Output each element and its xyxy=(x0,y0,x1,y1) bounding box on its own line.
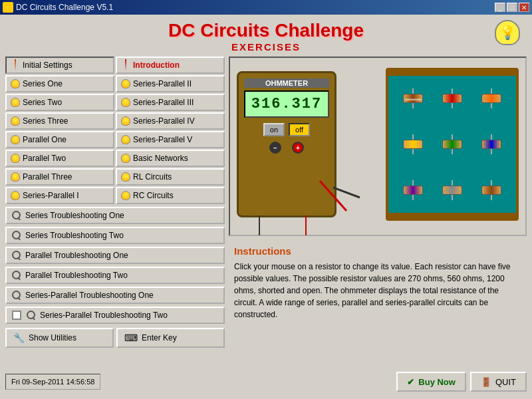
magnifier-icon xyxy=(12,251,21,260)
ohmmeter-on-button[interactable]: on xyxy=(263,123,285,136)
bottom-bar: Fri 09-Sep-2011 14:56:58 ✔ Buy Now 🚪 QUI… xyxy=(5,370,527,394)
keyboard-icon: ⌨ xyxy=(124,332,138,343)
trouble-btn-series-two[interactable]: Series Troubleshooting Two xyxy=(5,227,225,244)
lead-top xyxy=(452,180,453,186)
resistor-body xyxy=(403,140,423,149)
lead-bottom xyxy=(491,195,492,200)
circuit-board: ▬▬▬ xyxy=(386,68,519,221)
lead-bottom xyxy=(452,103,453,108)
menu-btn-parallel-two[interactable]: Parallel Two xyxy=(5,150,114,167)
checkbox-icon[interactable] xyxy=(12,311,21,320)
lead-bottom xyxy=(412,103,414,108)
quit-icon: 🚪 xyxy=(481,377,491,387)
resistor-7[interactable] xyxy=(395,168,432,211)
resistor-body: ▬▬▬ xyxy=(403,94,423,103)
bulb-icon xyxy=(121,191,130,200)
instructions-text: Click your mouse on a resistor to change… xyxy=(234,261,521,321)
minimize-button[interactable]: _ xyxy=(495,3,505,12)
lead-bottom xyxy=(491,149,492,154)
content-area: Initial Settings Introduction Series One… xyxy=(5,57,527,367)
close-button[interactable]: ✕ xyxy=(519,3,529,12)
lead-bottom xyxy=(412,149,414,154)
probe-wire-right xyxy=(305,215,307,235)
checkmark-icon: ✔ xyxy=(407,377,414,387)
menu-btn-rc-circuits[interactable]: RC Circuits xyxy=(116,187,225,204)
resistor-5[interactable] xyxy=(434,123,471,166)
title-bar: ⚡ DC Circuits Challenge V5.1 _ □ ✕ xyxy=(0,0,532,15)
menu-btn-parallel-one[interactable]: Parallel One xyxy=(5,131,114,148)
lead-top xyxy=(491,180,492,186)
menu-btn-series-parallel-i[interactable]: Series-Parallel I xyxy=(5,187,114,204)
menu-grid: Initial Settings Introduction Series One… xyxy=(5,57,225,204)
menu-btn-rl-circuits[interactable]: RL Circuits xyxy=(116,168,225,186)
menu-btn-basic-networks[interactable]: Basic Networks xyxy=(116,150,225,167)
menu-btn-series-parallel-iv[interactable]: Series-Parallel IV xyxy=(116,112,225,130)
lead-top xyxy=(412,88,414,94)
ohmmeter-label: OHMMETER xyxy=(244,78,329,88)
app-icon: ⚡ xyxy=(3,2,13,13)
ohmmeter-off-button[interactable]: off xyxy=(289,123,310,136)
trouble-btn-parallel-one[interactable]: Parallel Troubleshooting One xyxy=(5,247,225,264)
negative-terminal: − xyxy=(269,142,281,154)
left-panel: Initial Settings Introduction Series One… xyxy=(5,57,225,367)
board-top-rail xyxy=(388,70,516,76)
lead-bottom xyxy=(491,103,492,108)
magnifier-icon xyxy=(12,271,21,280)
bulb-icon xyxy=(11,98,20,107)
menu-btn-initial-settings[interactable]: Initial Settings xyxy=(5,57,114,74)
lead-top xyxy=(491,134,492,140)
resistor-body xyxy=(403,186,423,195)
bulb-icon xyxy=(11,79,20,88)
resistor-body xyxy=(481,94,501,103)
resistor-body xyxy=(481,186,501,195)
resistor-8[interactable] xyxy=(434,168,471,211)
bulb-decoration-icon: 💡 xyxy=(495,20,520,45)
trouble-btn-series-one[interactable]: Series Troubleshooting One xyxy=(5,207,225,224)
bulb-icon xyxy=(121,172,130,182)
buy-now-button[interactable]: ✔ Buy Now xyxy=(396,372,466,392)
menu-btn-series-parallel-ii[interactable]: Series-Parallel II xyxy=(116,75,225,92)
trouble-btn-sp-two[interactable]: Series-Parallel Troubleshooting Two xyxy=(5,307,225,324)
resistor-6[interactable] xyxy=(473,123,509,166)
magnifier-icon xyxy=(12,211,21,220)
resistor-1[interactable]: ▬▬▬ xyxy=(395,77,432,120)
status-text: Fri 09-Sep-2011 14:56:58 xyxy=(11,378,94,386)
menu-btn-introduction[interactable]: Introduction xyxy=(116,57,225,74)
action-buttons: ✔ Buy Now 🚪 QUIT xyxy=(396,372,527,392)
resistor-body xyxy=(442,140,462,149)
lead-top xyxy=(452,88,453,94)
magnifier-icon xyxy=(12,231,21,240)
bulb-icon xyxy=(121,135,130,144)
instructions-title: Instructions xyxy=(234,245,521,257)
menu-btn-parallel-three[interactable]: Parallel Three xyxy=(5,168,114,186)
main-window: DC Circuits Challenge EXERCISES 💡 Initia… xyxy=(0,15,532,399)
menu-btn-series-parallel-iii[interactable]: Series-Parallel III xyxy=(116,94,225,111)
bulb-icon xyxy=(11,191,20,200)
maximize-button[interactable]: □ xyxy=(507,3,517,12)
show-utilities-button[interactable]: 🔧 Show Utilities xyxy=(5,328,114,348)
wrench-icon: 🔧 xyxy=(13,332,25,343)
resistor-4[interactable] xyxy=(395,123,432,166)
resistor-9[interactable] xyxy=(473,168,509,211)
circuit-display: OHMMETER 316.317 on off − + xyxy=(229,57,527,236)
menu-btn-series-two[interactable]: Series Two xyxy=(5,94,114,111)
ohmmeter-buttons: on off xyxy=(244,123,329,136)
menu-btn-series-one[interactable]: Series One xyxy=(5,75,114,92)
resistor-3[interactable] xyxy=(473,77,509,120)
app-title: DC Circuits Challenge xyxy=(5,20,527,41)
pencil-icon xyxy=(119,59,132,72)
resistor-body xyxy=(442,186,462,195)
board-bottom-rail xyxy=(388,213,516,218)
enter-key-button[interactable]: ⌨ Enter Key xyxy=(116,328,225,348)
trouble-btn-parallel-two[interactable]: Parallel Troubleshooting Two xyxy=(5,267,225,284)
app-subtitle: EXERCISES xyxy=(5,41,527,53)
lead-top xyxy=(412,134,414,140)
window-title: DC Circuits Challenge V5.1 xyxy=(16,3,113,12)
probe-wire-left xyxy=(259,215,260,235)
menu-btn-series-parallel-v[interactable]: Series-Parallel V xyxy=(116,131,225,148)
resistor-2[interactable] xyxy=(434,77,471,120)
resistor-body xyxy=(442,94,462,103)
quit-button[interactable]: 🚪 QUIT xyxy=(470,372,527,392)
trouble-btn-sp-one[interactable]: Series-Parallel Troubleshooting One xyxy=(5,287,225,304)
menu-btn-series-three[interactable]: Series Three xyxy=(5,112,114,130)
